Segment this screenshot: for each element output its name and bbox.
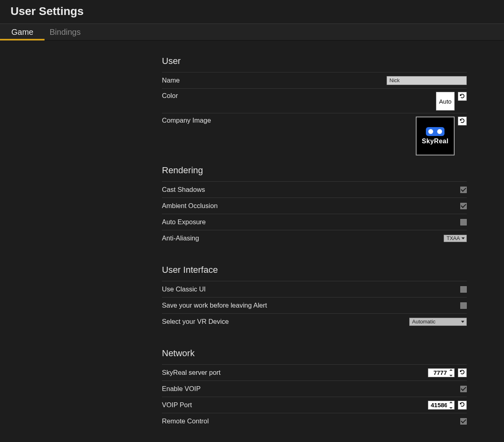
company-image-button[interactable]: SkyReal [416, 117, 455, 155]
voip-port-label: VOIP Port [162, 401, 192, 409]
save-alert-label: Save your work before leaving Alert [162, 302, 267, 309]
server-port-step-down[interactable] [449, 375, 453, 376]
name-input[interactable] [387, 76, 467, 85]
company-image-reset-button[interactable] [458, 117, 467, 125]
auto-exposure-label: Auto Exposure [162, 218, 206, 226]
remote-control-checkbox[interactable] [460, 418, 467, 425]
server-port-label: SkyReal server port [162, 369, 221, 376]
color-swatch-button[interactable]: Auto [436, 92, 455, 110]
section-rendering-title: Rendering [162, 158, 467, 181]
section-ui-title: User Interface [162, 257, 467, 281]
vr-device-label: Select your VR Device [162, 318, 229, 325]
undo-icon [459, 118, 465, 125]
cast-shadows-label: Cast Shadows [162, 186, 205, 193]
company-image-label: Company Image [162, 117, 211, 124]
classic-ui-label: Use Classic UI [162, 285, 206, 293]
ambient-occlusion-label: Ambient Occlusion [162, 202, 218, 210]
color-reset-button[interactable] [458, 92, 467, 101]
tab-game[interactable]: Game [11, 24, 33, 40]
row-color: Color Auto [162, 88, 467, 113]
vr-device-dropdown[interactable]: Automatic [409, 318, 467, 326]
anti-aliasing-dropdown[interactable]: TXAA [444, 235, 467, 242]
row-save-alert: Save your work before leaving Alert [162, 297, 467, 313]
section-user-title: User [162, 49, 467, 72]
row-cast-shadows: Cast Shadows [162, 181, 467, 198]
undo-icon [459, 93, 465, 100]
auto-exposure-checkbox[interactable] [460, 219, 467, 225]
anti-aliasing-label: Anti-Aliasing [162, 234, 199, 242]
server-port-reset-button[interactable] [458, 368, 467, 377]
enable-voip-checkbox[interactable] [460, 386, 467, 392]
company-image-brand: SkyReal [422, 138, 449, 145]
undo-icon [459, 402, 465, 408]
chevron-down-icon [461, 237, 465, 239]
vr-device-value: Automatic [412, 319, 436, 325]
voip-port-step-down[interactable] [449, 407, 453, 409]
row-voip-port: VOIP Port [162, 397, 467, 413]
row-company-image: Company Image SkyReal [162, 113, 467, 158]
enable-voip-label: Enable VOIP [162, 385, 200, 393]
voip-port-step-up[interactable] [449, 402, 453, 403]
row-auto-exposure: Auto Exposure [162, 214, 467, 230]
row-classic-ui: Use Classic UI [162, 281, 467, 297]
tab-bindings[interactable]: Bindings [49, 24, 81, 40]
ambient-occlusion-checkbox[interactable] [460, 203, 467, 209]
vr-goggles-icon [426, 127, 444, 136]
classic-ui-checkbox[interactable] [460, 286, 467, 293]
voip-port-reset-button[interactable] [458, 401, 467, 410]
undo-icon [459, 369, 465, 376]
page-title: User Settings [0, 0, 504, 23]
section-network-title: Network [162, 341, 467, 364]
server-port-step-up[interactable] [449, 369, 453, 371]
row-enable-voip: Enable VOIP [162, 380, 467, 397]
row-server-port: SkyReal server port [162, 364, 467, 380]
cast-shadows-checkbox[interactable] [460, 187, 467, 193]
color-label: Color [162, 92, 178, 100]
remote-control-label: Remote Control [162, 417, 209, 425]
save-alert-checkbox[interactable] [460, 302, 467, 309]
name-label: Name [162, 76, 180, 84]
chevron-down-icon [461, 321, 464, 323]
row-vr-device: Select your VR Device Automatic [162, 313, 467, 329]
row-ambient-occlusion: Ambient Occlusion [162, 198, 467, 214]
tab-bar: Game Bindings [0, 23, 504, 40]
row-name: Name [162, 72, 467, 88]
row-remote-control: Remote Control [162, 413, 467, 429]
row-anti-aliasing: Anti-Aliasing TXAA [162, 230, 467, 246]
anti-aliasing-value: TXAA [447, 236, 460, 241]
